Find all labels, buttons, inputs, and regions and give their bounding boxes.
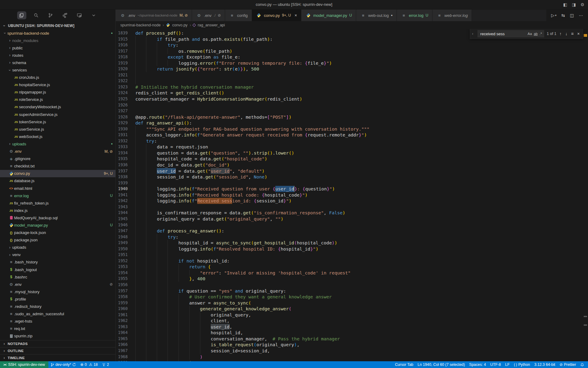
python-interpreter-status[interactable]: 3.12.3 64-bit — [532, 361, 557, 368]
code-line-1967[interactable]: 1967session_id=session_id, — [116, 348, 588, 354]
settings-gear-icon[interactable]: ⚙ — [580, 2, 584, 7]
more-actions-icon[interactable]: ⋯ — [579, 13, 583, 18]
code-line-1917[interactable]: 1917os.remove(file_path) — [116, 48, 588, 54]
code-line-1946[interactable]: 1946 — [116, 222, 588, 228]
source-control-icon[interactable] — [46, 11, 55, 19]
language-mode-status[interactable]: { } Python — [512, 361, 532, 368]
panel-header-notepads[interactable]: ›NOTEPADS — [0, 340, 115, 347]
code-line-1951[interactable]: 1951 — [116, 252, 588, 258]
file-item-superAdminService.js[interactable]: JSsuperAdminService.js — [0, 111, 115, 118]
code-line-1961[interactable]: 1961original_query, — [116, 312, 588, 318]
code-line-1922[interactable]: 1922 — [116, 78, 588, 84]
tab-error.log[interactable]: ≡error.logU — [397, 10, 432, 21]
search-icon[interactable] — [32, 11, 41, 19]
code-line-1956[interactable]: 1956 — [116, 282, 588, 288]
file-item-.sudo_as_admin_successful[interactable]: ≡.sudo_as_admin_successful — [0, 310, 115, 318]
file-item-req.txt[interactable]: ≡req.txt — [0, 325, 115, 332]
formatter-status[interactable]: ⊘ Prettier — [557, 361, 578, 368]
tab-web-out.log[interactable]: ≡web-out.log● — [356, 10, 397, 21]
folder-item-uploads[interactable]: ›uploads — [0, 244, 115, 251]
file-item-MedQueryAI_backup.sql[interactable]: MedQueryAI_backup.sql — [0, 214, 115, 221]
file-item-.wget-hsts[interactable]: ≡.wget-hsts — [0, 318, 115, 325]
run-python-file-button[interactable]: ▷▾ — [551, 13, 556, 18]
file-item-checklist.txt[interactable]: ≡checklist.txt — [0, 163, 115, 170]
code-editor[interactable]: 1839def process_pdf():1915if file_path a… — [116, 29, 588, 361]
code-line-1916[interactable]: 1916try: — [116, 42, 588, 48]
code-line-1924[interactable]: 1924redis_client = get_redis_client() — [116, 90, 588, 96]
file-item-.bashrc[interactable]: $.bashrc — [0, 273, 115, 281]
folder-item-spurrinai-backend-node[interactable]: ›spurrinai-backend-node● — [0, 29, 115, 37]
code-line-1930[interactable]: 1930"""Sync API endpoint for RAG-based q… — [116, 126, 588, 132]
code-line-1947[interactable]: 1947def process_rag_answer(): — [116, 228, 588, 234]
encoding-status[interactable]: UTF-8 — [488, 361, 503, 368]
extensions-icon[interactable] — [60, 11, 70, 19]
code-line-1920[interactable]: 1920return jsonify({"error": str(e)}), 5… — [116, 66, 588, 72]
code-line-1964[interactable]: 1964hospital_id, — [116, 330, 588, 336]
problems-status[interactable]: ⊗ 0 ⚠ 18 — [78, 361, 100, 368]
find-in-selection-button[interactable]: ≡ — [571, 31, 574, 36]
ports-status[interactable]: 2 — [100, 361, 111, 368]
indentation-status[interactable]: Spaces: 4 — [467, 361, 488, 368]
code-line-1935[interactable]: 1935hospital_code = data.get("hospital_c… — [116, 156, 588, 162]
file-item-roleService.js[interactable]: JSroleService.js — [0, 96, 115, 103]
notifications-bell-icon[interactable] — [578, 361, 586, 368]
remote-explorer-icon[interactable] — [75, 11, 84, 19]
code-line-1955[interactable]: 1955}, 400 — [116, 276, 588, 282]
code-line-1965[interactable]: 1965conversation_manager, # Pass the hyb… — [116, 336, 588, 342]
workspace-header[interactable]: › UBUNTU [SSH: SPURRIN-DEV-NEW] — [0, 22, 115, 29]
cursor-position-status[interactable]: Ln 1940, Col 60 (7 selected) — [416, 361, 467, 368]
file-item-.profile[interactable]: $.profile — [0, 295, 115, 303]
file-item-.gitignore[interactable]: ◈.gitignore — [0, 155, 115, 163]
code-line-1943[interactable]: 1943 — [116, 204, 588, 210]
file-item-email.html[interactable]: <>email.html — [0, 185, 115, 192]
code-line-1919[interactable]: 1919logging.error(f"Error removing tempo… — [116, 60, 588, 66]
run-dropdown-icon[interactable]: ▾ — [555, 14, 557, 17]
code-line-1927[interactable]: 1927 — [116, 108, 588, 114]
code-line-1944[interactable]: 1944is_confirmation_response = data.get(… — [116, 210, 588, 216]
code-line-1938[interactable]: 1938session_id = data.get("session_id", … — [116, 174, 588, 180]
file-item-fix_refresh_token.js[interactable]: JSfix_refresh_token.js — [0, 199, 115, 207]
chevron-down-icon[interactable] — [89, 11, 98, 19]
code-line-1928[interactable]: 1928@app.route("/flask-api/generate-answ… — [116, 114, 588, 120]
files-icon[interactable] — [17, 11, 26, 19]
code-line-1959[interactable]: 1959answer = async_to_sync( — [116, 300, 588, 306]
tab-.env[interactable]: ⚙.env~/spurrinai-backend-nodeM, ⊘ — [116, 10, 192, 21]
file-item-.env[interactable]: ⚙.env⊘ — [0, 281, 115, 288]
file-item-error.log[interactable]: ≡error.logU — [0, 192, 115, 199]
file-item-tokenService.js[interactable]: JStokenService.js — [0, 118, 115, 125]
code-line-1954[interactable]: 1954"error": "Invalid or missing 'hospit… — [116, 270, 588, 276]
code-line-1936[interactable]: 1936doc_id = data.get("doc_id") — [116, 162, 588, 168]
close-find-button[interactable]: × — [577, 31, 580, 36]
git-branch-status[interactable]: dev-only* — [48, 361, 78, 368]
code-line-1945[interactable]: 1945original_query = data.get("original_… — [116, 216, 588, 222]
file-item-.rediscli_history[interactable]: ≡.rediscli_history — [0, 303, 115, 310]
find-input[interactable]: received sess Aa ab .* — [477, 30, 544, 37]
code-line-1918[interactable]: 1918except Exception as file_e: — [116, 54, 588, 60]
breadcrumb-symbol[interactable]: rag_answer_api — [198, 23, 225, 27]
next-match-button[interactable]: ↓ — [565, 31, 568, 36]
file-item-cronJobs.js[interactable]: JScronJobs.js — [0, 74, 115, 81]
file-item-webSocket.js[interactable]: JSwebSocket.js — [0, 133, 115, 140]
code-line-1966[interactable]: 1966is_table_request(original_query), — [116, 342, 588, 348]
file-item-.bash_logout[interactable]: $.bash_logout — [0, 266, 115, 273]
file-item-index.js[interactable]: JSindex.js — [0, 207, 115, 214]
open-changes-icon[interactable]: ⇆ — [561, 13, 565, 18]
file-item-spurrin.zip[interactable]: spurrin.zip — [0, 332, 115, 340]
code-line-1925[interactable]: 1925conversation_manager = HybridConvers… — [116, 96, 588, 102]
file-item-hospitalService.js[interactable]: JShospitalService.js — [0, 81, 115, 89]
code-line-1939[interactable]: 1939 — [116, 180, 588, 186]
file-item-convo.py[interactable]: convo.py9+, U — [0, 170, 115, 177]
code-line-1934[interactable]: 1934question = data.get("question", "").… — [116, 150, 588, 156]
split-editor-icon[interactable]: ◫ — [570, 13, 574, 18]
folder-item-schema[interactable]: ›schema — [0, 59, 115, 66]
file-item-database.js[interactable]: JSdatabase.js — [0, 177, 115, 185]
code-line-1960[interactable]: 1960generate_general_knowledge_answer( — [116, 306, 588, 312]
file-item-package-lock.json[interactable]: {}package-lock.json — [0, 229, 115, 236]
whole-word-toggle[interactable]: ab — [533, 32, 539, 36]
breadcrumb-folder[interactable]: spurrinai-backend-node — [120, 23, 160, 27]
code-line-1950[interactable]: 1950logging.info(f"Resolved hospital ID:… — [116, 246, 588, 252]
panel-header-outline[interactable]: ›OUTLINE — [0, 347, 115, 354]
file-item-nlpqamapper.js[interactable]: JSnlpqamapper.js — [0, 89, 115, 96]
tab-web-error.log[interactable]: ≡web-error.log — [432, 10, 472, 21]
code-line-1942[interactable]: 1942logging.info(f"Received session_id: … — [116, 198, 588, 204]
